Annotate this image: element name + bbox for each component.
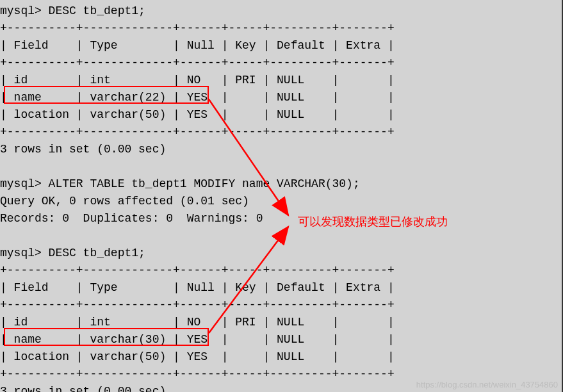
table-header: | Field | Type | Null | Key | Default | … — [0, 279, 562, 297]
table-row: | location | varchar(50) | YES | | NULL … — [0, 348, 562, 366]
terminal-line[interactable]: mysql> ALTER TABLE tb_dept1 MODIFY name … — [0, 176, 562, 193]
rows-summary: 3 rows in set (0.00 sec) — [0, 141, 562, 158]
records-line: Records: 0 Duplicates: 0 Warnings: 0 — [0, 210, 562, 227]
terminal-line[interactable]: mysql> DESC tb_dept1; — [0, 3, 562, 20]
table-row: | id | int | NO | PRI | NULL | | — [0, 314, 562, 331]
query-ok: Query OK, 0 rows affected (0.01 sec) — [0, 193, 562, 210]
terminal-line[interactable]: mysql> DESC tb_dept1; — [0, 245, 562, 262]
table-separator: +----------+-------------+------+-----+-… — [0, 262, 562, 279]
blank-line — [0, 227, 562, 245]
table-row: | name | varchar(30) | YES | | NULL | | — [0, 331, 562, 348]
table-separator: +----------+-------------+------+-----+-… — [0, 20, 562, 37]
table-header: | Field | Type | Null | Key | Default | … — [0, 37, 562, 54]
table-row: | location | varchar(50) | YES | | NULL … — [0, 106, 562, 124]
blank-line — [0, 158, 562, 176]
watermark: https://blog.csdn.net/weixin_43754860 — [416, 380, 558, 389]
table-separator: +----------+-------------+------+-----+-… — [0, 124, 562, 141]
table-row: | id | int | NO | PRI | NULL | | — [0, 72, 562, 89]
table-separator: +----------+-------------+------+-----+-… — [0, 54, 562, 72]
table-separator: +----------+-------------+------+-----+-… — [0, 297, 562, 314]
table-row: | name | varchar(22) | YES | | NULL | | — [0, 89, 562, 106]
